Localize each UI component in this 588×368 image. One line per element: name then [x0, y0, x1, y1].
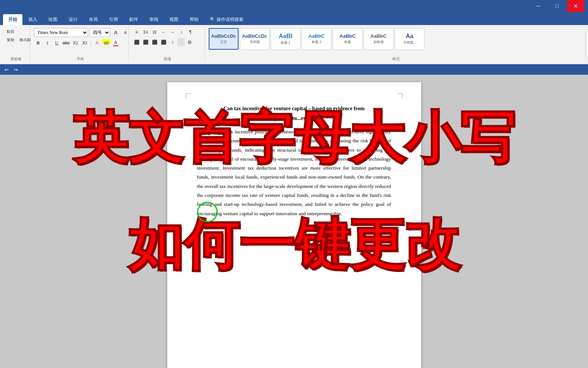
style-heading1[interactable]: AaBI 标题 1 [271, 28, 301, 50]
style-subtitle[interactable]: AaBbC 副标题 [364, 28, 393, 50]
separator [91, 40, 91, 46]
tab-help[interactable]: 帮助 [184, 14, 204, 25]
style-label-title: 标题 [344, 40, 351, 44]
doc-paragraph-1: ...ifferent tax incentive policies for v… [197, 127, 391, 218]
tab-search[interactable]: 🔍 操作说明搜索 [205, 14, 249, 25]
align-right-button[interactable]: ⬛ [150, 38, 159, 46]
minimize-button[interactable]: ─ [530, 0, 547, 12]
shading-button[interactable] [177, 38, 185, 46]
subscript-button[interactable]: X2 [71, 39, 80, 47]
font-group-label: 字体 [32, 56, 128, 62]
tab-references[interactable]: 引用 [104, 14, 123, 25]
tab-home[interactable]: 开始 [3, 14, 22, 25]
align-left-button[interactable]: ⬛ [133, 38, 141, 46]
format-painter-button[interactable]: 格式刷 [17, 36, 33, 44]
document-area: 英文首字母大小写 如何一键更改 Can tax incentives for v… [0, 75, 588, 368]
style-preview-h1: AaBI [279, 33, 292, 40]
style-gallery: AaBbCcDc 正文 AaBbCcDc 无间隔 AaBI 标题 1 AaBbC… [209, 28, 424, 50]
style-preview-subtitle: AaBbC [370, 33, 386, 39]
doc-title: Can tax incentives for venture capital –… [197, 105, 391, 112]
line-spacing-button[interactable]: ↕ [168, 38, 177, 46]
increase-indent-button[interactable]: → [168, 28, 177, 36]
italic-button[interactable]: I [43, 39, 52, 47]
clipboard-group: 粘切 复制 格式刷 剪贴板 [2, 27, 30, 62]
clipboard-label: 剪贴板 [2, 56, 30, 62]
underline-button[interactable]: U [53, 39, 61, 47]
superscript-button[interactable]: X2 [81, 39, 89, 47]
font-shrink-button[interactable]: A [121, 28, 130, 37]
tab-review[interactable]: 审阅 [144, 14, 164, 25]
style-title[interactable]: AaBbC 标题 [333, 28, 363, 50]
tab-insert[interactable]: 插入 [23, 14, 43, 25]
strikethrough-button[interactable]: abc [62, 39, 70, 47]
numbering-button[interactable]: 1≡ [141, 28, 150, 36]
style-preview-normal: AaBbCcDc [211, 33, 236, 39]
title-bar: ─ □ ✕ [0, 0, 588, 12]
tab-view[interactable]: 视图 [164, 14, 184, 25]
style-label-no-spacing: 无间隔 [250, 40, 260, 44]
style-preview-title: AaBbC [339, 33, 355, 39]
redo-button[interactable]: ↪ [12, 66, 19, 73]
style-label-subtitle: 副标题 [374, 40, 384, 44]
font-grow-button[interactable]: A [112, 28, 120, 37]
paragraph-label: 段落 [130, 56, 205, 62]
style-label-normal: 正文 [220, 40, 227, 44]
paragraph-group: ≡ 1≡ ⊟ ← → ↕ ¶ ⬛ ⬛ ⬛ ⬛ ↕ ⊞ 段落 [130, 27, 205, 62]
style-emphasis[interactable]: Aa 不明显... [395, 28, 424, 50]
highlight-button[interactable]: ab [102, 39, 111, 47]
bullets-button[interactable]: ≡ [133, 28, 141, 36]
show-formatting-button[interactable]: ¶ [186, 28, 195, 36]
maximize-button[interactable]: □ [548, 0, 566, 12]
style-no-spacing[interactable]: AaBbCcDc 无间隔 [240, 28, 270, 50]
styles-group: AaBbCcDc 正文 AaBbCcDc 无间隔 AaBI 标题 1 AaBbC… [206, 27, 586, 62]
sort-button[interactable]: ↕ [177, 28, 186, 36]
tab-layout[interactable]: 布局 [84, 14, 103, 25]
borders-button[interactable]: ⊞ [186, 38, 194, 46]
font-size-select[interactable]: 四号 三号 二号 [90, 28, 110, 37]
tab-draw[interactable]: 绘图 [43, 14, 63, 25]
text-effects-button[interactable]: A [93, 39, 101, 47]
bold-button[interactable]: B [34, 39, 42, 47]
corner-mark-tr [397, 93, 402, 99]
tab-design[interactable]: 设计 [63, 14, 83, 25]
copy-button[interactable]: 复制 [4, 36, 16, 44]
document-wrapper: Can tax incentives for venture capital –… [167, 82, 421, 361]
tab-mail[interactable]: 邮件 [124, 14, 143, 25]
font-group: Times New Rom 四号 三号 二号 A A B I U abc X2 … [32, 27, 129, 62]
paste-button[interactable]: 粘切 [4, 28, 33, 35]
style-normal[interactable]: AaBbCcDc 正文 [209, 28, 239, 50]
style-heading2[interactable]: AaBbC 标题 2 [302, 28, 332, 50]
ribbon: 粘切 复制 格式刷 剪贴板 Times New Rom 四号 三号 二号 A A… [0, 25, 588, 64]
style-label-emphasis: 不明显... [403, 40, 416, 45]
corner-mark-tl [186, 93, 191, 99]
style-preview-h2: AaBbC [308, 33, 324, 39]
justify-button[interactable]: ⬛ [159, 38, 168, 46]
font-name-select[interactable]: Times New Rom [34, 28, 88, 37]
doc-body: ...ifferent tax incentive policies for v… [197, 127, 391, 218]
font-color-button[interactable]: A [112, 39, 120, 47]
style-label-h1: 标题 1 [281, 40, 290, 45]
styles-label: 样式 [206, 56, 585, 62]
quick-access-bar: ↩ ↪ [0, 64, 588, 75]
document-page: Can tax incentives for venture capital –… [167, 82, 421, 368]
multilevel-list-button[interactable]: ⊟ [150, 28, 159, 36]
window-controls: ─ □ ✕ [530, 0, 584, 12]
close-button[interactable]: ✕ [567, 0, 584, 12]
decrease-indent-button[interactable]: ← [159, 28, 168, 36]
style-label-h2: 标题 2 [312, 40, 321, 44]
align-center-button[interactable]: ⬛ [141, 38, 150, 46]
doc-subtitle: quasi-natu...expe... [197, 115, 391, 121]
style-preview-no-spacing: AaBbCcDc [242, 33, 267, 39]
ribbon-tabs: 开始 插入 绘图 设计 布局 引用 邮件 审阅 视图 帮助 🔍 操作说明搜索 [0, 12, 588, 25]
undo-button[interactable]: ↩ [3, 66, 10, 73]
style-preview-emphasis: Aa [406, 33, 413, 40]
